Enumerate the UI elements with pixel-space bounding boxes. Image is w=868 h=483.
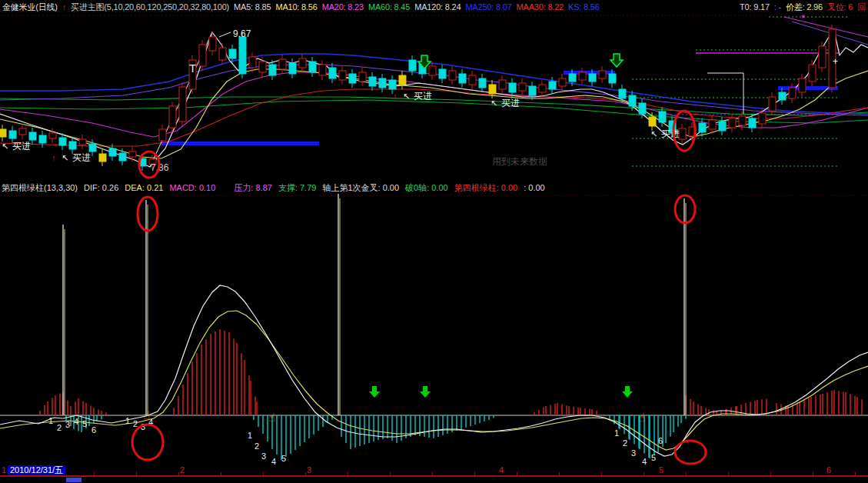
count-label: 4 [271, 457, 276, 465]
candle [269, 65, 276, 75]
candle [339, 71, 346, 80]
count-label: 4 [74, 417, 78, 426]
pointer-arrow-icon: ↖ [62, 153, 68, 162]
ma250-value: MA250: 8.07 [465, 2, 511, 12]
highlight-circle [675, 441, 706, 464]
candle [279, 59, 286, 69]
candle [739, 116, 746, 125]
down-arrow-icon [369, 386, 380, 398]
ma5-value: MA5: 8.85 [234, 2, 271, 12]
cross-pos-value: 叉位: 6 [827, 2, 853, 13]
ma-line-red [0, 89, 868, 146]
title-bar: 金健米业(日线)↑买进主图(5,10,20,60,120,250,20,32,8… [0, 0, 868, 14]
candle [789, 88, 796, 98]
return-icon[interactable]: 回 [857, 2, 866, 13]
candle [199, 45, 206, 66]
main-chart-canvas[interactable]: ↑↖买进↑↖买进↑↖买进↖买进↖买进9.67T7.86用到未来数据+* [0, 14, 868, 182]
candle [809, 65, 816, 82]
ma-line-magenta-top [784, 17, 868, 37]
candle [449, 71, 456, 80]
indicator-header: 第四根绿柱(13,3,30)DIF: 0.26DEA: 0.21MACD: 0.… [0, 182, 868, 194]
stock-name: 金健米业(日线) [2, 2, 58, 13]
hand-icon: ☝ [638, 411, 645, 424]
buy-label: 买进 [414, 91, 432, 102]
candle [469, 75, 476, 85]
candle [319, 65, 326, 75]
axis-tick [728, 472, 729, 475]
axis-tick [517, 472, 517, 475]
candle [109, 148, 116, 156]
candle [549, 82, 556, 89]
indicator-canvas[interactable]: ☝☝☝123456123412345123456 [0, 194, 868, 465]
dea-value: DEA: 0.21 [125, 183, 163, 192]
down-arrow-icon [622, 386, 633, 398]
indicator-name: 买进主图(5,10,20,60,120,250,20,32,80,100) [71, 2, 229, 13]
candle [359, 72, 366, 82]
candle [89, 144, 96, 152]
axis-tick [644, 472, 644, 475]
candle [779, 92, 786, 100]
axis-tick [136, 472, 137, 475]
candle [659, 112, 666, 122]
candle [49, 133, 56, 138]
candle [489, 85, 496, 94]
count-label: 5 [281, 454, 286, 463]
axis-tick [305, 472, 306, 475]
axis-month-label: 3 [307, 465, 311, 475]
candle [259, 62, 266, 72]
axis-month-label: 5 [659, 465, 663, 475]
candle [569, 74, 576, 82]
buy-label: 买进 [501, 98, 520, 108]
ma10-value: MA10: 8.56 [275, 2, 317, 12]
ma-line-magenta [0, 72, 868, 137]
highlight-circle [675, 195, 695, 223]
sell-arrow-icon [610, 54, 623, 67]
t0-extra: : - [774, 2, 781, 12]
axis-month-label: 2 [180, 465, 185, 475]
axis-tick [855, 472, 856, 475]
candle [709, 120, 716, 129]
hand-icon: ☝ [268, 411, 275, 424]
candle [559, 78, 566, 86]
count-label: 1 [125, 416, 130, 425]
count-label: 1 [248, 431, 252, 440]
candle [759, 113, 766, 124]
scrollbar[interactable] [0, 476, 868, 483]
candle [479, 78, 486, 88]
scrollbar-thumb[interactable] [66, 478, 81, 482]
candle [119, 153, 126, 161]
count-label: 5 [651, 453, 656, 462]
break-zero-value: 破0轴: 0.00 [405, 182, 448, 194]
candle [9, 131, 16, 138]
axis-tick [601, 472, 602, 475]
candle [459, 74, 466, 83]
buy-label: 买进 [12, 141, 31, 152]
candle [0, 129, 6, 137]
fourth-green-bar-value: 第四根绿柱: 0.00 [454, 182, 518, 194]
candle [799, 78, 806, 92]
candle [619, 89, 626, 98]
candle [99, 154, 106, 162]
candle [639, 103, 646, 114]
axis-month-label: 4 [499, 465, 504, 475]
candle [369, 77, 376, 86]
axis-tick [559, 472, 560, 475]
candle [539, 85, 546, 92]
axis-tick [813, 472, 813, 475]
chart-annotation: * [801, 14, 805, 24]
dif-line [0, 285, 868, 456]
count-label: 6 [91, 425, 96, 435]
count-label: 3 [65, 420, 70, 429]
candle [159, 129, 166, 141]
candle [769, 97, 776, 111]
candle [19, 128, 26, 135]
chart-annotation: + [833, 56, 838, 67]
candle [69, 142, 76, 149]
candle [519, 83, 526, 91]
candle [389, 80, 396, 89]
candle [409, 60, 416, 71]
candle [609, 74, 616, 83]
maa30-value: MAA30: 8.22 [517, 2, 564, 12]
candle [329, 68, 336, 78]
candle [589, 74, 596, 82]
